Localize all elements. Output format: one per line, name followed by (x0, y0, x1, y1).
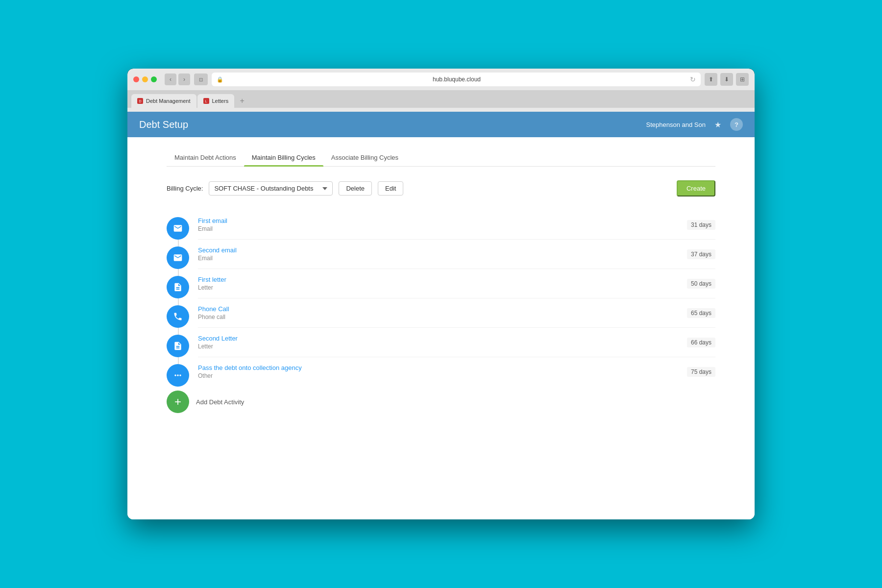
activity-content: First letter Letter 50 days (198, 269, 715, 298)
forward-button[interactable]: › (178, 74, 190, 85)
list-item: Second email Email 37 days (167, 240, 715, 269)
activity-content: Pass the debt onto collection agency Oth… (198, 357, 715, 386)
share-icon[interactable]: ⬇ (720, 73, 733, 86)
other-icon (167, 364, 189, 387)
debt-management-favicon: D (137, 98, 143, 104)
list-item: First email Email 31 days (167, 210, 715, 240)
download-icon[interactable]: ⬆ (705, 73, 717, 86)
activity-days: 75 days (687, 367, 715, 377)
browser-tab-label: Debt Management (146, 98, 191, 104)
help-icon[interactable]: ? (730, 118, 743, 131)
url-display: hub.bluqube.cloud (226, 76, 687, 83)
tab-navigation: Maintain Debt Actions Maintain Billing C… (167, 149, 715, 167)
back-button[interactable]: ‹ (165, 74, 176, 85)
activity-subtitle: Phone call (198, 314, 229, 320)
activity-content: First email Email 31 days (198, 210, 715, 240)
maximize-button[interactable] (151, 76, 157, 82)
list-item: Pass the debt onto collection agency Oth… (167, 357, 715, 387)
close-button[interactable] (133, 76, 139, 82)
letter-icon (167, 276, 189, 298)
email-icon (167, 246, 189, 269)
activity-text: Phone Call Phone call (198, 305, 229, 320)
billing-cycle-select[interactable]: SOFT CHASE - Outstanding Debts HARD CHAS… (209, 181, 333, 196)
activity-subtitle: Other (198, 372, 302, 379)
activity-days: 50 days (687, 279, 715, 289)
activity-subtitle: Letter (198, 343, 238, 350)
tab-associate-billing-cycles[interactable]: Associate Billing Cycles (323, 149, 406, 166)
tab-maintain-debt-actions[interactable]: Maintain Debt Actions (167, 149, 244, 166)
header-right: Stephenson and Son ★ ? (646, 118, 743, 131)
activity-subtitle: Letter (198, 284, 226, 291)
edit-button[interactable]: Edit (378, 181, 403, 196)
traffic-lights (133, 76, 157, 82)
activity-text: Second email Email (198, 246, 237, 262)
activity-title[interactable]: Phone Call (198, 305, 229, 313)
minimize-button[interactable] (142, 76, 148, 82)
nav-buttons: ‹ › (165, 74, 190, 85)
main-content: Maintain Debt Actions Maintain Billing C… (127, 137, 755, 519)
list-item: Second Letter Letter 66 days (167, 328, 715, 357)
add-activity-row: + Add Debt Activity (167, 391, 715, 413)
app-window: Debt Setup Stephenson and Son ★ ? Mainta… (127, 112, 755, 519)
activity-content: Second email Email 37 days (198, 240, 715, 269)
letter-icon (167, 335, 189, 357)
activity-text: First letter Letter (198, 276, 226, 291)
activity-days: 31 days (687, 220, 715, 230)
page-title: Debt Setup (139, 119, 188, 130)
window-icon[interactable]: ⊞ (736, 73, 749, 86)
browser-chrome: ‹ › ⊡ 🔒 hub.bluqube.cloud ↻ ⬆ ⬇ ⊞ D Debt… (127, 69, 755, 112)
delete-button[interactable]: Delete (339, 181, 372, 196)
letters-favicon: L (203, 98, 209, 104)
billing-cycle-group: Billing Cycle: SOFT CHASE - Outstanding … (167, 181, 403, 196)
browser-tab-label: Letters (212, 98, 229, 104)
activity-text: Pass the debt onto collection agency Oth… (198, 364, 302, 379)
activity-title[interactable]: First letter (198, 276, 226, 283)
activity-content: Phone Call Phone call 65 days (198, 298, 715, 328)
new-tab-button[interactable]: + (235, 94, 249, 108)
toolbar-right: ⬆ ⬇ ⊞ (705, 73, 749, 86)
add-debt-activity-button[interactable]: + (167, 391, 189, 413)
activity-title[interactable]: Second Letter (198, 335, 238, 342)
user-display: Stephenson and Son (646, 121, 706, 128)
billing-cycle-label: Billing Cycle: (167, 185, 203, 192)
title-bar: ‹ › ⊡ 🔒 hub.bluqube.cloud ↻ ⬆ ⬇ ⊞ (127, 69, 755, 90)
phone-icon (167, 305, 189, 328)
favorite-icon[interactable]: ★ (711, 118, 724, 131)
activity-content: Second Letter Letter 66 days (198, 328, 715, 357)
list-item: First letter Letter 50 days (167, 269, 715, 298)
activity-title[interactable]: Pass the debt onto collection agency (198, 364, 302, 371)
activity-days: 65 days (687, 308, 715, 318)
address-bar[interactable]: 🔒 hub.bluqube.cloud ↻ (212, 73, 701, 86)
tab-maintain-billing-cycles[interactable]: Maintain Billing Cycles (244, 149, 323, 166)
screen-wrapper: ‹ › ⊡ 🔒 hub.bluqube.cloud ↻ ⬆ ⬇ ⊞ D Debt… (127, 69, 755, 519)
app-header: Debt Setup Stephenson and Son ★ ? (127, 112, 755, 137)
create-button[interactable]: Create (677, 180, 715, 196)
browser-tab-debt-management[interactable]: D Debt Management (131, 94, 196, 108)
tab-bar: D Debt Management L Letters + (127, 90, 755, 108)
list-item: Phone Call Phone call 65 days (167, 298, 715, 328)
activity-days: 66 days (687, 338, 715, 347)
activity-text: Second Letter Letter (198, 335, 238, 350)
activity-text: First email Email (198, 217, 227, 232)
controls-row: Billing Cycle: SOFT CHASE - Outstanding … (167, 180, 715, 196)
activity-days: 37 days (687, 249, 715, 259)
activity-subtitle: Email (198, 225, 227, 232)
browser-tab-letters[interactable]: L Letters (197, 94, 235, 108)
activity-timeline: First email Email 31 days Second email (167, 210, 715, 387)
email-icon (167, 217, 189, 240)
activity-title[interactable]: First email (198, 217, 227, 224)
activity-subtitle: Email (198, 255, 237, 262)
activity-title[interactable]: Second email (198, 246, 237, 254)
add-debt-activity-label: Add Debt Activity (196, 398, 244, 406)
reader-button[interactable]: ⊡ (194, 74, 208, 85)
